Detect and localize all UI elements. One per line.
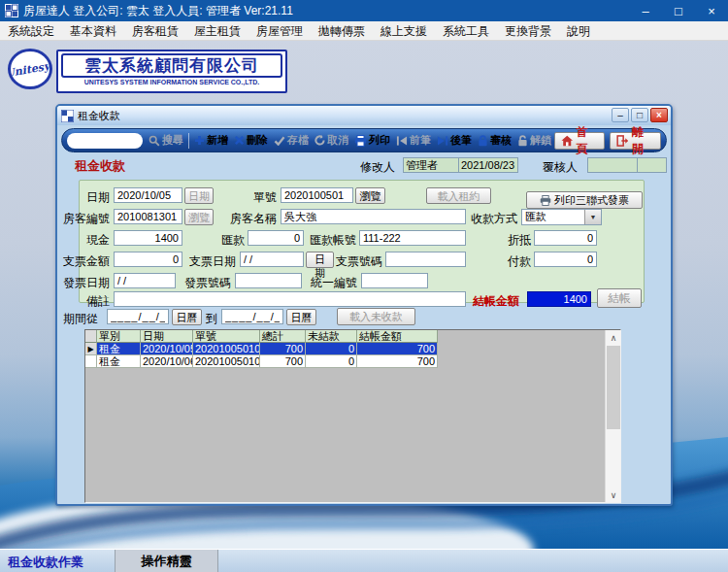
remit-account-label: 匯款帳號	[308, 232, 356, 249]
scroll-down-icon[interactable]: ∨	[606, 488, 621, 502]
delete-button-label: 刪除	[247, 133, 268, 148]
toolbar-separator	[188, 133, 189, 149]
company-name-zh: 雲太系統顧問有限公司	[61, 53, 282, 78]
cell-date: 2020/10/05	[141, 343, 193, 355]
add-button-label: 新增	[207, 133, 228, 148]
form-minimize-button[interactable]: –	[612, 108, 629, 122]
cancel-button[interactable]: 取消	[312, 131, 351, 151]
menu-system-tools[interactable]: 系統工具	[435, 21, 497, 41]
calendar-from-button[interactable]: 日曆	[172, 309, 202, 325]
table-row[interactable]: ▶ 租金 2020/10/05 2020100501001 700 0 700	[85, 343, 438, 355]
close-button[interactable]: ×	[695, 0, 728, 21]
payment-input[interactable]	[534, 252, 597, 267]
invoice-date-input[interactable]	[114, 273, 176, 288]
menu-voucher-transfer[interactable]: 拋轉傳票	[311, 21, 373, 41]
modifier-label: 修改人	[360, 159, 395, 176]
operation-wizard-button[interactable]: 操作精靈	[116, 550, 218, 572]
exit-button[interactable]: 離開	[610, 132, 661, 150]
menu-property-management[interactable]: 房屋管理	[248, 21, 311, 41]
scrollbar-thumb[interactable]	[607, 346, 620, 429]
menu-system-settings[interactable]: 系統設定	[0, 21, 62, 41]
tenant-no-label: 房客編號	[63, 211, 110, 227]
menu-tenant-lease[interactable]: 房客租賃	[124, 21, 186, 41]
form-close-button[interactable]: ×	[650, 108, 668, 122]
tax-id-label: 統一編號	[311, 275, 357, 291]
maximize-button[interactable]: □	[662, 0, 695, 21]
prev-record-button[interactable]: 前筆	[393, 131, 434, 151]
form-window-titlebar: 租金收款 – □ ×	[57, 106, 671, 125]
remark-input[interactable]	[114, 291, 466, 307]
pay-method-label: 收款方式	[471, 211, 517, 227]
vertical-scrollbar[interactable]: ∧ ∨	[605, 330, 620, 502]
offset-input[interactable]	[534, 230, 597, 246]
remit-input[interactable]	[248, 230, 304, 246]
doc-no-input[interactable]	[281, 187, 353, 203]
date-picker-button[interactable]: 日期	[184, 187, 214, 204]
delete-button[interactable]: 刪除	[231, 131, 271, 151]
grid-col-total: 總計	[260, 330, 306, 343]
plus-icon	[194, 135, 205, 146]
unlock-button[interactable]: 解鎖	[514, 131, 554, 151]
menu-owner-lease[interactable]: 屋主租賃	[186, 21, 248, 41]
grid-col-type: 單別	[97, 330, 141, 343]
print-triplicate-invoice-button[interactable]: 列印三聯式發票	[526, 191, 643, 209]
settle-button[interactable]: 結帳	[597, 288, 642, 308]
scroll-up-icon[interactable]: ∧	[606, 330, 621, 345]
grid-header-row: 單別 日期 單號 總計 未結款 結帳金額	[85, 330, 438, 343]
os-titlebar: 房屋達人 登入公司: 雲太 登入人員: 管理者 Ver:21.11 – □ ×	[0, 0, 728, 21]
modifier-name-field: 管理者	[403, 157, 459, 173]
check-date-input[interactable]	[240, 252, 304, 267]
approve-button[interactable]: 審核	[475, 131, 514, 151]
menu-online-support[interactable]: 線上支援	[373, 21, 435, 41]
remit-account-input[interactable]	[359, 230, 466, 246]
cell-date: 2020/10/06	[141, 355, 193, 368]
cell-total: 700	[260, 343, 306, 355]
grid-col-doc-no: 單號	[193, 330, 260, 343]
date-input[interactable]	[114, 187, 182, 203]
check-date-picker-button[interactable]: 日期	[306, 252, 334, 268]
invoice-no-input[interactable]	[235, 273, 302, 288]
remit-label: 匯款	[210, 232, 245, 249]
app-icon	[5, 4, 18, 17]
doc-browse-button[interactable]: 瀏覽	[355, 187, 385, 204]
menu-basic-data[interactable]: 基本資料	[62, 21, 124, 41]
cancel-button-label: 取消	[327, 133, 348, 148]
review-date-field	[637, 157, 667, 173]
next-icon	[437, 136, 448, 146]
menu-help[interactable]: 說明	[559, 21, 598, 41]
table-row[interactable]: 租金 2020/10/06 2020100501002 700 0 700	[85, 355, 438, 368]
invoice-no-label: 發票號碼	[184, 275, 231, 291]
period-to-input[interactable]	[221, 309, 283, 324]
pay-method-dropdown[interactable]: 匯款 ▼	[521, 209, 602, 225]
add-button[interactable]: 新增	[191, 131, 231, 151]
check-amount-input[interactable]	[114, 252, 182, 267]
cell-unpaid: 0	[306, 355, 357, 368]
load-unpaid-button[interactable]: 載入未收款	[337, 308, 415, 325]
check-no-input[interactable]	[385, 252, 466, 267]
window-title: 房屋達人 登入公司: 雲太 登入人員: 管理者 Ver:21.11	[23, 3, 293, 19]
calendar-to-button[interactable]: 日曆	[286, 309, 316, 325]
cell-type: 租金	[97, 355, 141, 368]
check-no-label: 支票號碼	[336, 253, 382, 270]
next-record-button[interactable]: 後筆	[434, 131, 475, 151]
menu-change-background[interactable]: 更換背景	[497, 21, 559, 41]
search-input[interactable]	[67, 133, 143, 149]
unlock-button-label: 解鎖	[530, 133, 551, 148]
print-button[interactable]: 列印	[351, 131, 393, 151]
x-icon	[234, 135, 245, 146]
save-button[interactable]: 存檔	[271, 131, 312, 151]
tax-id-input[interactable]	[361, 273, 428, 288]
load-contract-button[interactable]: 載入租約	[426, 187, 491, 204]
form-restore-button[interactable]: □	[631, 108, 648, 122]
chevron-down-icon[interactable]: ▼	[584, 210, 601, 224]
home-button[interactable]: 首頁	[554, 132, 606, 150]
minimize-button[interactable]: –	[629, 0, 662, 21]
tenant-browse-button[interactable]: 瀏覽	[184, 209, 214, 225]
period-from-input[interactable]	[107, 309, 169, 324]
cash-input[interactable]	[114, 230, 182, 246]
prev-record-button-label: 前筆	[410, 133, 431, 148]
tenant-name-input[interactable]	[281, 209, 466, 224]
search-button[interactable]: 搜尋	[146, 131, 186, 151]
settle-amount-display: 1400	[527, 291, 591, 307]
tenant-no-input[interactable]	[114, 209, 182, 224]
